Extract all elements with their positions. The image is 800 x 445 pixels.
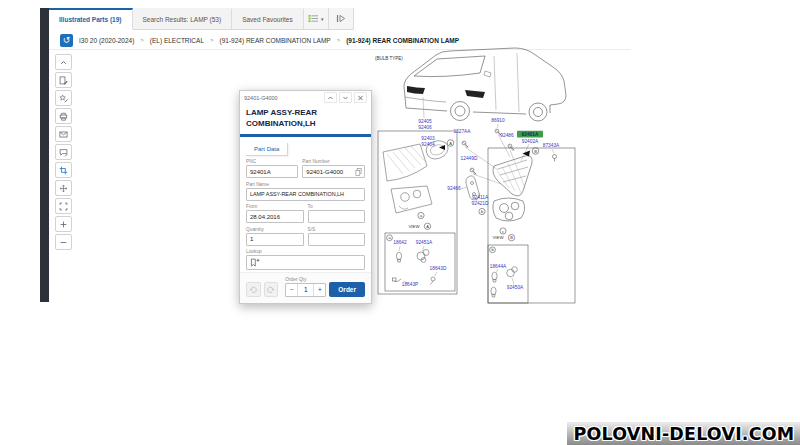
- reset-icon: ↺: [63, 35, 71, 45]
- printer-icon: [59, 112, 68, 121]
- zoom-out-button[interactable]: [55, 234, 72, 250]
- car-taillight-right: [465, 90, 485, 98]
- quantity-field[interactable]: 1: [246, 233, 304, 246]
- fit-screen-button[interactable]: [55, 198, 72, 214]
- breadcrumb-group[interactable]: (EL) ELECTRICAL: [150, 37, 204, 44]
- watermark-text: POLOVNI-DELOVI.COM: [573, 423, 794, 444]
- svg-text:B: B: [510, 235, 513, 240]
- lookup-field[interactable]: [246, 255, 365, 270]
- comment-edit-icon: [59, 148, 68, 157]
- list-view-button[interactable]: ▾: [304, 8, 329, 30]
- svg-text:c: c: [502, 229, 504, 234]
- part-label-92402A[interactable]: 92402A: [522, 139, 539, 144]
- qty-decrease-button[interactable]: −: [286, 284, 298, 296]
- bulb-type-note: (BULB TYPE): [375, 56, 403, 61]
- part-label-92411A[interactable]: 92411A: [472, 195, 489, 200]
- chevron-up-icon: [59, 58, 68, 67]
- order-qty-label: Order Qty: [285, 277, 326, 282]
- breadcrumb-model[interactable]: I30 20 (2020-2024): [79, 37, 134, 44]
- svg-text:B: B: [534, 149, 537, 154]
- part-label-87343A[interactable]: 87343A: [543, 143, 560, 148]
- tab-part-data[interactable]: Part Data: [246, 143, 288, 156]
- svg-text:a: a: [420, 213, 423, 218]
- parts-diagram: (BULB TYPE): [370, 40, 632, 308]
- part-number-field[interactable]: 92401-G4000: [302, 165, 365, 178]
- part-name-title: LAMP ASSY-REAR COMBINATION,LH: [246, 108, 365, 130]
- locator-arrow-a: [439, 145, 445, 150]
- part-label-12449D[interactable]: 12449D: [461, 156, 478, 161]
- dialog-window-title: 92401-G4000: [244, 95, 322, 101]
- note-edit-button[interactable]: [55, 144, 72, 160]
- inner-lamp-drawings: [383, 141, 448, 213]
- dialog-collapse-button[interactable]: [324, 92, 337, 103]
- move-arrows-icon: [59, 184, 68, 193]
- diagram-toolbar: [55, 54, 72, 250]
- part-label-92403[interactable]: 92403: [421, 136, 435, 141]
- bookmark-add-icon: [250, 258, 260, 267]
- order-qty-group: Order Qty − 1 +: [285, 277, 326, 297]
- svg-text:VIEW: VIEW: [409, 224, 421, 229]
- part-label-18642[interactable]: 18642: [393, 240, 407, 245]
- left-dark-sidebar: [40, 8, 49, 302]
- dialog-expand-button[interactable]: [339, 92, 352, 103]
- part-label-92451A[interactable]: 92451A: [416, 240, 433, 245]
- reset-navigation-button[interactable]: ↺: [60, 34, 73, 47]
- part-label-92405[interactable]: 92405: [418, 119, 432, 124]
- part-label-92466[interactable]: 92466: [447, 186, 461, 191]
- close-icon: [357, 95, 364, 101]
- part-label-18643D[interactable]: 18643D: [430, 266, 447, 271]
- breadcrumb-separator: >: [210, 37, 214, 43]
- pnc-field[interactable]: 92401A: [246, 165, 298, 178]
- favourite-edit-button[interactable]: [55, 90, 72, 106]
- view-captions: VIEW VIEW: [409, 224, 505, 240]
- dialog-tabstrip: Part Data: [240, 134, 371, 156]
- tab-illustrated-parts[interactable]: Illustrated Parts (19): [49, 8, 133, 30]
- star-edit-icon: [59, 94, 68, 103]
- part-label-1327AA[interactable]: 1327AA: [453, 129, 471, 134]
- report-edit-button[interactable]: [55, 72, 72, 88]
- part-labels: 92405 92406 86910 92403 92404 1327AA 124…: [393, 118, 560, 290]
- pan-move-button[interactable]: [55, 180, 72, 196]
- part-label-92404[interactable]: 92404: [421, 142, 435, 147]
- car-taillight-left: [407, 86, 425, 94]
- dialog-close-button[interactable]: [354, 92, 367, 103]
- undo-arrow-icon: [249, 286, 258, 294]
- from-field[interactable]: 28.04.2016: [246, 210, 304, 223]
- qty-increase-button[interactable]: +: [314, 284, 325, 296]
- next-part-button[interactable]: [264, 282, 279, 297]
- part-label-92450A[interactable]: 92450A: [507, 285, 524, 290]
- tab-bar: Illustrated Parts (19) Search Results: L…: [49, 8, 354, 30]
- zoom-in-button[interactable]: [55, 216, 72, 232]
- tab-search-results[interactable]: Search Results: LAMP (53): [133, 8, 233, 30]
- part-label-92486[interactable]: 92486: [500, 133, 514, 138]
- part-name-field[interactable]: LAMP ASSY-REAR COMBINATION,LH: [246, 188, 365, 201]
- email-button[interactable]: [55, 126, 72, 142]
- prev-part-button[interactable]: [246, 282, 261, 297]
- plus-icon: [59, 220, 68, 229]
- svg-text:A: A: [449, 141, 452, 146]
- order-button[interactable]: Order: [329, 282, 365, 297]
- print-button[interactable]: [55, 108, 72, 124]
- part-label-18644A[interactable]: 18644A: [490, 264, 507, 269]
- part-label-86910[interactable]: 86910: [491, 118, 505, 123]
- car-illustration: [404, 48, 566, 121]
- to-field[interactable]: [308, 210, 366, 223]
- part-label-92406[interactable]: 92406: [418, 125, 432, 130]
- copy-part-number-button[interactable]: [355, 168, 362, 177]
- order-qty-stepper: − 1 +: [285, 283, 326, 297]
- part-label-92421D[interactable]: 92421D: [472, 201, 489, 206]
- part-label-18643P[interactable]: 18643P: [402, 282, 419, 287]
- copy-icon: [355, 168, 362, 176]
- breadcrumb-separator: >: [337, 37, 341, 43]
- tab-saved-favourites[interactable]: Saved Favourites: [232, 8, 304, 30]
- dialog-titlebar[interactable]: 92401-G4000: [240, 91, 371, 104]
- part-label-92401A-selected[interactable]: 92401A: [522, 132, 539, 137]
- qty-value[interactable]: 1: [298, 284, 314, 296]
- collapse-toolbar-button[interactable]: [55, 54, 72, 70]
- svg-text:A: A: [426, 224, 429, 229]
- from-label: From: [246, 204, 304, 209]
- breadcrumb-subgroup[interactable]: (91-924) REAR COMBINATION LAMP: [220, 37, 331, 44]
- crop-selection-button[interactable]: [55, 162, 72, 178]
- ss-field[interactable]: [308, 233, 366, 246]
- collapse-panel-button[interactable]: [329, 8, 354, 30]
